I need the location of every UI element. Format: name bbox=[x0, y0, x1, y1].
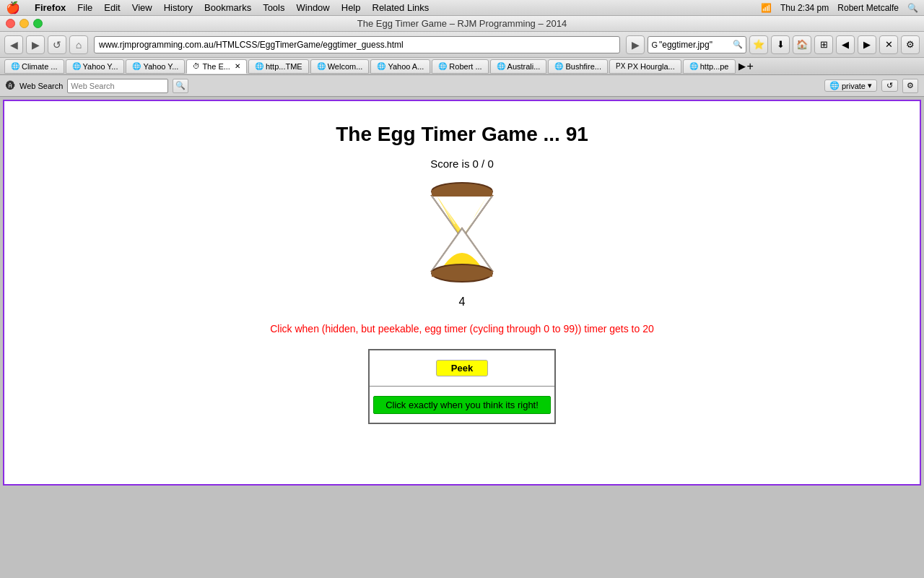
bookmark-the-e[interactable]: ⏱The E...✕ bbox=[186, 59, 247, 74]
nav-left-icon[interactable]: ◀ bbox=[836, 35, 855, 54]
settings-icon[interactable]: ⚙ bbox=[901, 35, 920, 54]
svg-rect-4 bbox=[432, 271, 492, 277]
bookmark-http-pe[interactable]: 🌐http...pe bbox=[683, 59, 736, 74]
navigation-toolbar: ◀ ▶ ↺ ⌂ ▶ G 🔍 ⭐ ⬇ 🏠 ⊞ ◀ ▶ ✕ ⚙ bbox=[0, 32, 924, 58]
search-box-right: G 🔍 bbox=[648, 36, 746, 53]
nav-right-icon[interactable]: ▶ bbox=[858, 35, 876, 54]
search-engine-icon: G bbox=[651, 40, 658, 49]
maximize-button[interactable] bbox=[33, 19, 43, 28]
window-title-bar: The Egg Timer Game – RJM Programming – 2… bbox=[0, 16, 924, 32]
svg-rect-1 bbox=[432, 190, 492, 196]
reload-button[interactable]: ↺ bbox=[48, 35, 66, 54]
web-search-bar: 🅐 Web Search 🔍 🌐 private ▾ ↺ ⚙ bbox=[0, 75, 924, 97]
close-button[interactable] bbox=[6, 19, 15, 28]
search-bar-right: 🌐 private ▾ ↺ ⚙ bbox=[824, 79, 918, 93]
bookmark-favicon: PX bbox=[616, 62, 625, 70]
search-options-icon: ↺ bbox=[886, 81, 893, 90]
click-button[interactable]: Click exactly when you think its right! bbox=[373, 396, 551, 414]
menu-window[interactable]: Window bbox=[297, 2, 330, 13]
menu-bar: 🍎 Firefox File Edit View History Bookmar… bbox=[0, 0, 924, 16]
chevron-down-icon: ▾ bbox=[868, 81, 872, 90]
bookmark-favicon: 🌐 bbox=[497, 62, 505, 70]
bookmark-climate[interactable]: 🌐Climate ... bbox=[4, 59, 64, 74]
web-search-input[interactable] bbox=[67, 79, 168, 93]
bookmark-favicon: 🌐 bbox=[438, 62, 447, 70]
peek-button[interactable]: Peek bbox=[436, 360, 488, 376]
bookmark-hourglass[interactable]: PXPX Hourgla... bbox=[609, 59, 681, 74]
view-icon[interactable]: ⊞ bbox=[814, 35, 833, 54]
menu-edit[interactable]: Edit bbox=[104, 2, 120, 13]
bookmark-welcome[interactable]: 🌐Welcom... bbox=[310, 59, 370, 74]
bookmark-yahoo1[interactable]: 🌐Yahoo Y... bbox=[66, 59, 125, 74]
bookmarks-bar: 🌐Climate ... 🌐Yahoo Y... 🌐Yahoo Y... ⏱Th… bbox=[0, 58, 924, 75]
bookmark-robert[interactable]: 🌐Robert ... bbox=[432, 59, 488, 74]
bookmark-favicon: 🌐 bbox=[255, 62, 263, 70]
hourglass-image bbox=[419, 177, 505, 285]
game-box: Peek Click exactly when you think its ri… bbox=[368, 349, 556, 424]
exit-icon[interactable]: ✕ bbox=[879, 35, 898, 54]
bookmark-favicon: ⏱ bbox=[193, 62, 200, 70]
menu-related-links[interactable]: Related Links bbox=[372, 2, 430, 13]
window-controls bbox=[6, 19, 43, 28]
peek-area: Peek bbox=[370, 350, 554, 387]
more-bookmarks-icon[interactable]: ▶ bbox=[738, 61, 746, 72]
menu-tools[interactable]: Tools bbox=[263, 2, 284, 13]
search-input-right[interactable] bbox=[659, 40, 731, 50]
bookmark-star-icon[interactable]: ⭐ bbox=[749, 35, 768, 54]
web-search-button[interactable]: 🔍 bbox=[173, 79, 188, 93]
page-title: The Egg Timer Game ... 91 bbox=[336, 123, 588, 146]
forward-button[interactable]: ▶ bbox=[26, 35, 45, 54]
bookmark-yahoo-a[interactable]: 🌐Yahoo A... bbox=[370, 59, 430, 74]
score-display: Score is 0 / 0 bbox=[430, 158, 494, 170]
address-bar[interactable] bbox=[94, 36, 620, 53]
home-button[interactable]: ⌂ bbox=[69, 35, 88, 54]
menu-bookmarks[interactable]: Bookmarks bbox=[204, 2, 251, 13]
wifi-icon: 📶 bbox=[761, 3, 772, 13]
back-button[interactable]: ◀ bbox=[4, 35, 23, 54]
search-options-button[interactable]: ↺ bbox=[881, 79, 898, 92]
bookmark-favicon: 🌐 bbox=[317, 62, 326, 70]
private-mode-button[interactable]: 🌐 private ▾ bbox=[824, 79, 877, 92]
browser-content: The Egg Timer Game ... 91 Score is 0 / 0 bbox=[3, 100, 921, 486]
clock: Thu 2:34 pm bbox=[780, 3, 829, 13]
user-name: Robert Metcalfe bbox=[837, 3, 899, 13]
bookmark-yahoo2[interactable]: 🌐Yahoo Y... bbox=[126, 59, 185, 74]
privacy-icon: 🌐 bbox=[829, 81, 840, 90]
window-title: The Egg Timer Game – RJM Programming – 2… bbox=[357, 18, 567, 29]
menu-firefox[interactable]: Firefox bbox=[35, 2, 66, 13]
bookmark-favicon: 🌐 bbox=[72, 62, 81, 70]
apple-menu-icon[interactable]: 🍎 bbox=[6, 1, 20, 14]
bookmark-favicon: 🌐 bbox=[132, 62, 141, 70]
bookmark-favicon: 🌐 bbox=[689, 62, 698, 70]
menu-file[interactable]: File bbox=[77, 2, 92, 13]
bookmark-favicon: 🌐 bbox=[11, 62, 19, 70]
bookmark-australi[interactable]: 🌐Australi... bbox=[490, 59, 547, 74]
search-engine-logo: 🅐 bbox=[6, 80, 15, 91]
menu-help[interactable]: Help bbox=[341, 2, 361, 13]
menubar-right: 📶 Thu 2:34 pm Robert Metcalfe 🔍 bbox=[761, 3, 918, 13]
private-label: private bbox=[842, 82, 866, 90]
menu-view[interactable]: View bbox=[132, 2, 152, 13]
close-tab-icon[interactable]: ✕ bbox=[235, 62, 240, 70]
search-bar-label: Web Search bbox=[19, 82, 63, 90]
timer-count: 4 bbox=[459, 296, 466, 309]
bookmark-http-tme[interactable]: 🌐http...TME bbox=[248, 59, 309, 74]
menu-history[interactable]: History bbox=[164, 2, 193, 13]
download-icon[interactable]: ⬇ bbox=[771, 35, 790, 54]
settings-button[interactable]: ⚙ bbox=[902, 79, 918, 93]
search-icon[interactable]: 🔍 bbox=[733, 40, 743, 49]
navigate-button[interactable]: ▶ bbox=[626, 35, 645, 54]
home2-icon[interactable]: 🏠 bbox=[793, 35, 811, 54]
instruction-text: Click when (hidden, but peekable, egg ti… bbox=[270, 323, 654, 335]
bookmark-favicon: 🌐 bbox=[377, 62, 385, 70]
click-area: Click exactly when you think its right! bbox=[370, 387, 554, 423]
search-icon[interactable]: 🔍 bbox=[907, 3, 918, 13]
bookmark-favicon: 🌐 bbox=[554, 62, 563, 70]
add-bookmark-icon[interactable]: + bbox=[747, 60, 754, 73]
minimize-button[interactable] bbox=[19, 19, 29, 28]
bookmark-bushfire[interactable]: 🌐Bushfire... bbox=[548, 59, 608, 74]
